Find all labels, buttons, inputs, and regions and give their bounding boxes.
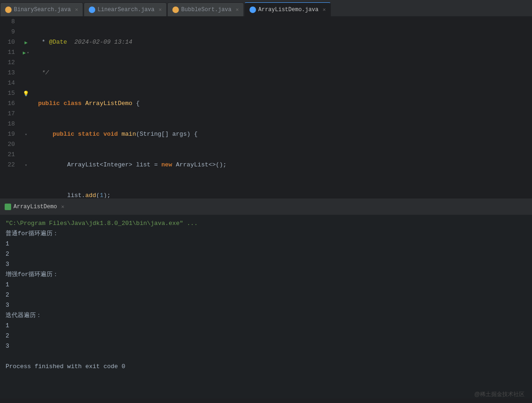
tab-label-linear: LinearSearch.java xyxy=(98,7,154,13)
terminal-line-3: 2 xyxy=(6,249,526,259)
tab-icon-arraylist xyxy=(250,7,256,13)
gutter-icons: ▶ ▶ ▾ 💡 xyxy=(18,17,34,198)
terminal-exit-line: Process finished with exit code 0 xyxy=(6,362,526,372)
terminal-line-9: 迭代器遍历： xyxy=(6,311,526,321)
gutter-20 xyxy=(18,139,34,150)
terminal-line-4: 3 xyxy=(6,259,526,270)
terminal-line-1: 普通for循环遍历： xyxy=(6,229,526,239)
tab-label-arraylist: ArrayListDemo.java xyxy=(258,7,319,13)
terminal-blank xyxy=(6,351,526,362)
fold-icon-19[interactable]: ▾ xyxy=(25,132,27,137)
terminal-line-7: 2 xyxy=(6,290,526,300)
terminal-section: ArrayListDemo ✕ "C:\Program Files\Java\j… xyxy=(0,198,532,398)
terminal-line-10: 1 xyxy=(6,321,526,331)
fold-icon-11[interactable]: ▾ xyxy=(27,50,29,55)
tab-close-binary[interactable]: ✕ xyxy=(75,7,78,13)
tab-close-arraylist[interactable]: ✕ xyxy=(322,7,326,13)
gutter-14 xyxy=(18,78,34,88)
tab-label-bubble: BubbleSort.java xyxy=(181,7,231,13)
gutter-13 xyxy=(18,68,34,78)
gutter-16 xyxy=(18,99,34,109)
gutter-17 xyxy=(18,109,34,119)
terminal-header: ArrayListDemo ✕ xyxy=(0,198,532,215)
tab-arraylistdemo[interactable]: ArrayListDemo.java ✕ xyxy=(244,2,331,16)
terminal-line-12: 3 xyxy=(6,341,526,351)
fold-end-icon-22[interactable]: ▾ xyxy=(25,163,27,168)
tab-label-binary: BinarySearch.java xyxy=(14,7,71,13)
tab-close-linear[interactable]: ✕ xyxy=(158,7,162,13)
terminal-tab-close[interactable]: ✕ xyxy=(61,204,65,210)
terminal-line-5: 增强for循环遍历： xyxy=(6,270,526,280)
terminal-cmd-line: "C:\Program Files\Java\jdk1.8.0_201\bin\… xyxy=(6,218,526,229)
gutter-21 xyxy=(18,150,34,160)
terminal-line-2: 1 xyxy=(6,239,526,249)
run-icon-11[interactable]: ▶ xyxy=(23,50,26,56)
code-editor[interactable]: * @Date 2024-02-09 13:14 */ public class… xyxy=(34,17,532,198)
line-numbers: 8 9 10 11 12 13 14 15 16 17 18 19 20 21 … xyxy=(0,17,18,198)
gutter-22[interactable]: ▾ xyxy=(18,160,34,170)
tab-icon-linear xyxy=(89,7,95,13)
gutter-11[interactable]: ▶ ▾ xyxy=(18,47,34,58)
watermark: @稀土掘金技术社区 xyxy=(474,390,525,398)
code-container: 8 9 10 11 12 13 14 15 16 17 18 19 20 21 … xyxy=(0,17,532,198)
terminal-output-area[interactable]: "C:\Program Files\Java\jdk1.8.0_201\bin\… xyxy=(0,215,532,398)
code-line-8: * @Date 2024-02-09 13:14 xyxy=(38,37,528,47)
gutter-10[interactable]: ▶ xyxy=(18,37,34,47)
tab-binarysearch[interactable]: BinarySearch.java ✕ xyxy=(0,2,83,16)
line-number-gutter: 8 9 10 11 12 13 14 15 16 17 18 19 20 21 … xyxy=(0,17,34,198)
gutter-18 xyxy=(18,119,34,129)
terminal-line-8: 3 xyxy=(6,300,526,311)
code-line-11: public static void main(String[] args) { xyxy=(38,129,528,139)
tab-bar: BinarySearch.java ✕ LinearSearch.java ✕ … xyxy=(0,0,532,17)
code-line-13: list.add(1); xyxy=(38,191,528,198)
terminal-tab-icon xyxy=(5,204,11,210)
gutter-8 xyxy=(18,17,34,27)
tab-close-bubble[interactable]: ✕ xyxy=(236,7,239,13)
code-line-10: public class ArrayListDemo { xyxy=(38,99,528,109)
terminal-tab[interactable]: ArrayListDemo ✕ xyxy=(5,204,64,210)
gutter-9 xyxy=(18,27,34,37)
gutter-19[interactable]: ▾ xyxy=(18,129,34,139)
tab-linearsearch[interactable]: LinearSearch.java ✕ xyxy=(84,2,167,16)
gutter-15[interactable]: 💡 xyxy=(18,88,34,99)
editor-area: 8 9 10 11 12 13 14 15 16 17 18 19 20 21 … xyxy=(0,17,532,198)
terminal-line-11: 2 xyxy=(6,331,526,341)
terminal-line-6: 1 xyxy=(6,280,526,290)
bulb-icon-15[interactable]: 💡 xyxy=(23,91,29,97)
terminal-tab-label: ArrayListDemo xyxy=(13,204,57,210)
code-line-12: ArrayList<Integer> list = new ArrayList<… xyxy=(38,160,528,170)
tab-icon-bubble xyxy=(172,7,179,13)
tab-bubblesort[interactable]: BubbleSort.java ✕ xyxy=(167,2,244,16)
run-icon-10[interactable]: ▶ xyxy=(25,40,28,46)
tab-icon-binary xyxy=(5,7,12,13)
gutter-12 xyxy=(18,58,34,68)
code-line-9: */ xyxy=(38,68,528,78)
